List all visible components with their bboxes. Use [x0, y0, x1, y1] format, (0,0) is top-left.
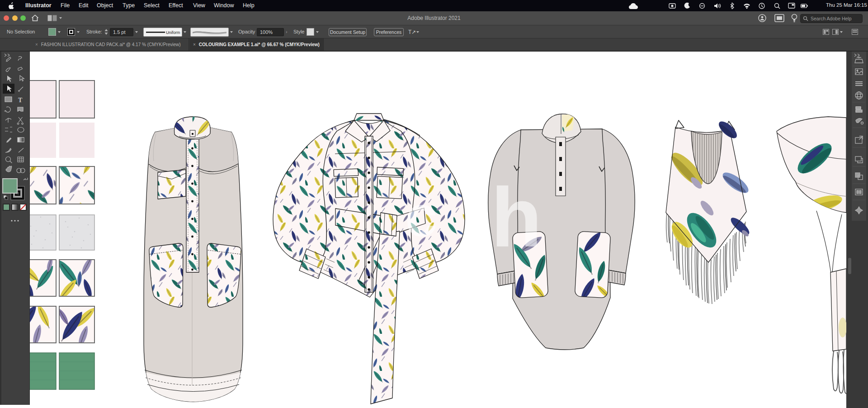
svg-text:Uniform: Uniform — [166, 30, 180, 35]
svg-text:h: h — [491, 171, 542, 264]
svg-text:T: T — [18, 97, 23, 104]
svg-text:c: c — [405, 184, 437, 248]
